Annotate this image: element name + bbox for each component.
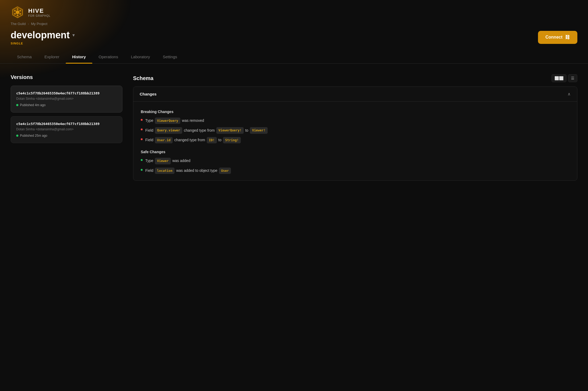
version-card-0[interactable]: c5e4c1c5f78b26465350e4ecf677cf188bb21389… <box>11 86 122 113</box>
svg-point-8 <box>14 10 16 12</box>
change-word-to-1: to <box>245 127 249 134</box>
breadcrumb-project[interactable]: My Project <box>31 22 47 26</box>
tab-settings[interactable]: Settings <box>156 50 184 63</box>
logo-sub-text: FOR GRAPHQL <box>28 14 51 17</box>
change-text-0: Type ViewerQuery was removed <box>145 118 204 124</box>
nav-tabs: Schema Explorer History Operations Labor… <box>0 50 588 64</box>
change-word-field-2: Field <box>145 137 153 143</box>
status-dot-1 <box>16 135 18 137</box>
safe-word-added-0: was added <box>172 158 191 164</box>
change-word-type-0: Type <box>145 118 153 124</box>
safe-change-text-0: Type Viewer was added <box>145 158 190 164</box>
tab-explorer[interactable]: Explorer <box>38 50 66 63</box>
change-text-2: Field User.id changed type from ID! to S… <box>145 137 241 143</box>
change-badge-viewerquery: ViewerQuery <box>155 118 180 124</box>
version-author-1: Dotan Simha <dotansimha@gmail.com> <box>16 127 117 131</box>
safe-changes-title: Safe Changes <box>141 150 570 154</box>
version-status-1: Published 25m ago <box>16 134 117 138</box>
changes-section: Changes ∧ Breaking Changes Type ViewerQu… <box>133 86 577 181</box>
safe-badge-viewer: Viewer <box>155 158 171 164</box>
title-dropdown-icon[interactable]: ▾ <box>72 32 75 38</box>
changes-header[interactable]: Changes ∧ <box>133 87 577 102</box>
tab-schema[interactable]: Schema <box>11 50 38 63</box>
safe-word-added-to-1: was added to object type <box>176 168 217 174</box>
tab-laboratory[interactable]: Laboratory <box>125 50 156 63</box>
changes-label: Changes <box>140 92 156 96</box>
change-badge-string-bang: String! <box>223 137 241 143</box>
version-card-1[interactable]: c5e4c1c5f78b26465350e4ecf677cf188bb21389… <box>11 116 122 143</box>
breaking-changes-title: Breaking Changes <box>141 110 570 114</box>
breaking-change-1: Field Query.viewer changed type from Vie… <box>141 127 570 134</box>
change-text-1: Field Query.viewer changed type from Vie… <box>145 127 268 134</box>
hive-logo <box>11 5 24 19</box>
safe-word-field-1: Field <box>145 168 153 174</box>
version-hash-0: c5e4c1c5f78b26465350e4ecf677cf188bb21389 <box>16 91 117 95</box>
safe-bullet-0 <box>141 159 143 161</box>
change-word-to-2: to <box>218 137 222 143</box>
safe-word-type-0: Type <box>145 158 153 164</box>
breaking-bullet-2 <box>141 138 143 140</box>
svg-point-5 <box>19 13 21 15</box>
logo-hive-text: HIVE <box>28 7 51 14</box>
schema-panel: Schema ⬜⬜ ☰ Changes ∧ Breaking Changes <box>133 74 577 181</box>
split-view-button[interactable]: ⬜⬜ <box>552 74 566 82</box>
breadcrumb: The Guild › My Project <box>11 22 577 26</box>
collapse-icon: ∧ <box>568 91 571 97</box>
version-status-0: Published 4m ago <box>16 103 117 107</box>
view-toggles: ⬜⬜ ☰ <box>552 74 577 82</box>
svg-point-6 <box>17 15 19 16</box>
change-badge-id-bang: ID! <box>207 137 217 143</box>
version-author-0: Dotan Simha <dotansimha@gmail.com> <box>16 97 117 101</box>
connect-button[interactable]: Connect ⛓ <box>538 31 577 44</box>
change-word-field-1: Field <box>145 127 153 134</box>
status-dot-0 <box>16 104 18 106</box>
connect-label: Connect <box>545 35 562 40</box>
list-view-icon: ☰ <box>571 76 574 80</box>
safe-change-1: Field location was added to object type … <box>141 168 570 174</box>
versions-title: Versions <box>11 74 122 80</box>
breaking-change-items: Type ViewerQuery was removed Field Query… <box>141 118 570 143</box>
change-badge-viewer-bang: Viewer! <box>250 127 268 134</box>
svg-point-3 <box>17 8 19 10</box>
svg-point-7 <box>14 13 16 15</box>
safe-change-text-1: Field location was added to object type … <box>145 168 231 174</box>
safe-change-items: Type Viewer was added Field location <box>141 158 570 174</box>
tab-history[interactable]: History <box>66 50 92 63</box>
breadcrumb-separator: › <box>28 22 29 26</box>
breaking-change-0: Type ViewerQuery was removed <box>141 118 570 124</box>
svg-point-2 <box>16 10 19 14</box>
breadcrumb-org[interactable]: The Guild <box>11 22 26 26</box>
breaking-change-2: Field User.id changed type from ID! to S… <box>141 137 570 143</box>
schema-title: Schema <box>133 75 154 81</box>
changes-body: Breaking Changes Type ViewerQuery was re… <box>133 102 577 180</box>
change-badge-userid: User.id <box>155 137 173 143</box>
breaking-bullet-1 <box>141 128 143 130</box>
svg-point-4 <box>19 10 21 12</box>
change-word-changed-2: changed type from <box>174 137 205 143</box>
list-view-button[interactable]: ☰ <box>568 74 577 82</box>
versions-panel: Versions c5e4c1c5f78b26465350e4ecf677cf1… <box>11 74 122 181</box>
safe-badge-user: User <box>219 168 231 174</box>
environment-badge: SINGLE <box>11 42 75 45</box>
change-badge-viewerquery-bang: ViewerQuery! <box>216 127 244 134</box>
breaking-bullet-0 <box>141 119 143 121</box>
tab-operations[interactable]: Operations <box>92 50 125 63</box>
change-word-changed-1: changed type from <box>184 127 215 134</box>
link-icon: ⛓ <box>565 35 570 40</box>
safe-change-0: Type Viewer was added <box>141 158 570 164</box>
change-badge-queryviewer: Query.viewer <box>155 127 182 134</box>
safe-badge-location: location <box>155 168 175 174</box>
page-title: development <box>11 30 70 41</box>
safe-bullet-1 <box>141 169 143 171</box>
version-hash-1: c5e4c1c5f78b26465350e4ecf677cf188bb21389 <box>16 122 117 126</box>
split-view-icon: ⬜⬜ <box>554 76 564 80</box>
change-word-removed: was removed <box>182 118 204 124</box>
